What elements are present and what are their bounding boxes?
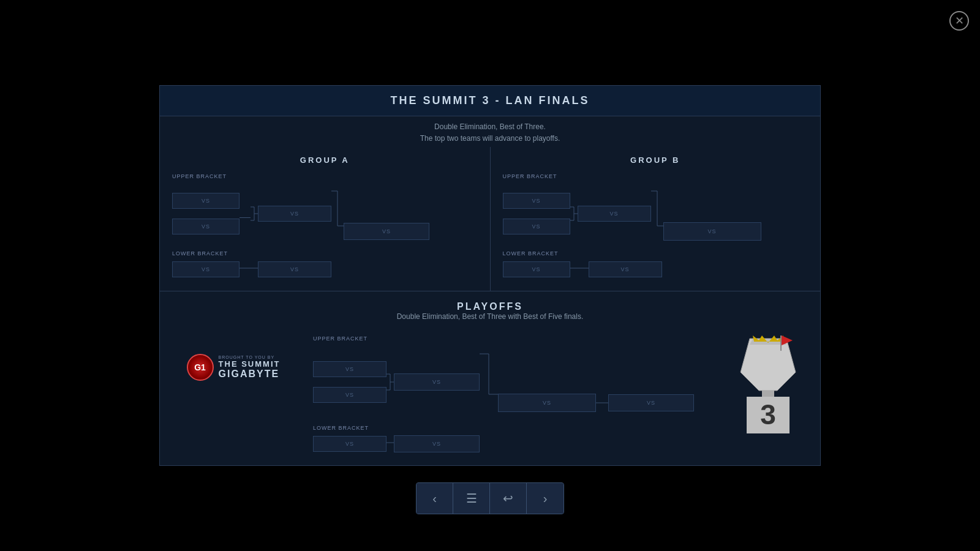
playoffs-section: PLAYOFFS Double Elimination, Best of Thr… — [160, 291, 820, 465]
group-a-lower-match-2: VS — [258, 261, 331, 277]
list-button[interactable]: ☰ — [453, 483, 490, 514]
group-a-final-match: VS — [344, 223, 429, 240]
trophy-icon: 3 — [728, 335, 808, 437]
playoffs-champion-slot: VS — [608, 394, 694, 411]
playoffs-grand-final-match: VS — [498, 394, 596, 412]
group-a-upper-match-1: VS — [172, 193, 239, 209]
playoffs-lower-match-2: VS — [394, 435, 480, 452]
playoffs-lower-match-1: VS — [313, 436, 386, 452]
prev-button[interactable]: ‹ — [417, 483, 453, 514]
playoffs-title: PLAYOFFS — [172, 301, 808, 312]
group-b-title: GROUP B — [503, 156, 809, 165]
group-b-upper-label: UPPER BRACKET — [503, 173, 809, 179]
next-button[interactable]: › — [527, 483, 564, 514]
reset-button[interactable]: ↩ — [490, 483, 527, 514]
playoffs-upper-label: UPPER BRACKET — [313, 335, 722, 342]
group-a-upper-label: UPPER BRACKET — [172, 173, 478, 179]
group-b-final-match: VS — [663, 222, 761, 241]
close-button[interactable]: ✕ — [949, 11, 969, 31]
playoffs-upper-match-1: VS — [313, 361, 386, 377]
svg-text:3: 3 — [760, 399, 776, 430]
title-bar: THE SUMMIT 3 - LAN FINALS — [160, 86, 820, 116]
group-a-lower-match-1: VS — [172, 261, 239, 277]
group-b-lower-match-1: VS — [503, 261, 570, 277]
playoffs-subtitle: Double Elimination, Best of Three with B… — [172, 312, 808, 321]
group-a-lower-label: LOWER BRACKET — [172, 250, 478, 257]
group-b: GROUP B UPPER BRACKET VS VS VS — [491, 147, 821, 291]
group-a-upper-match-2: VS — [172, 219, 239, 234]
gigabyte-name: GIGABYTE — [219, 369, 281, 380]
main-container: THE SUMMIT 3 - LAN FINALS Double Elimina… — [159, 85, 821, 466]
group-b-lower-match-2: VS — [589, 261, 662, 277]
svg-rect-32 — [780, 335, 782, 351]
group-b-upper-match-2: VS — [503, 219, 570, 234]
summit-name: THE SUMMIT — [219, 359, 281, 369]
svg-marker-25 — [741, 339, 796, 391]
brought-text: BROUGHT TO YOU BY — [219, 355, 281, 359]
close-icon: ✕ — [955, 14, 964, 28]
group-b-upper-match-1: VS — [503, 193, 570, 209]
playoffs-upper-match-3: VS — [394, 373, 480, 391]
g1-logo: G1 — [187, 354, 214, 381]
group-b-upper-match-3: VS — [578, 206, 651, 222]
sponsor-logo: G1 BROUGHT TO YOU BY THE SUMMIT GIGABYTE — [172, 329, 295, 381]
playoffs-lower-label: LOWER BRACKET — [313, 425, 722, 431]
group-b-lower-label: LOWER BRACKET — [503, 250, 809, 257]
playoffs-upper-match-2: VS — [313, 387, 386, 403]
groups-section: GROUP A UPPER BRACKET VS VS — [160, 147, 820, 291]
page-title: THE SUMMIT 3 - LAN FINALS — [172, 94, 808, 107]
trophy-area: 3 — [728, 329, 808, 439]
group-a-title: GROUP A — [172, 156, 478, 165]
bottom-nav: ‹ ☰ ↩ › — [416, 482, 564, 514]
group-a-upper-match-3: VS — [258, 206, 331, 222]
subtitle: Double Elimination, Best of Three. The t… — [160, 116, 820, 147]
group-a: GROUP A UPPER BRACKET VS VS — [160, 147, 491, 291]
